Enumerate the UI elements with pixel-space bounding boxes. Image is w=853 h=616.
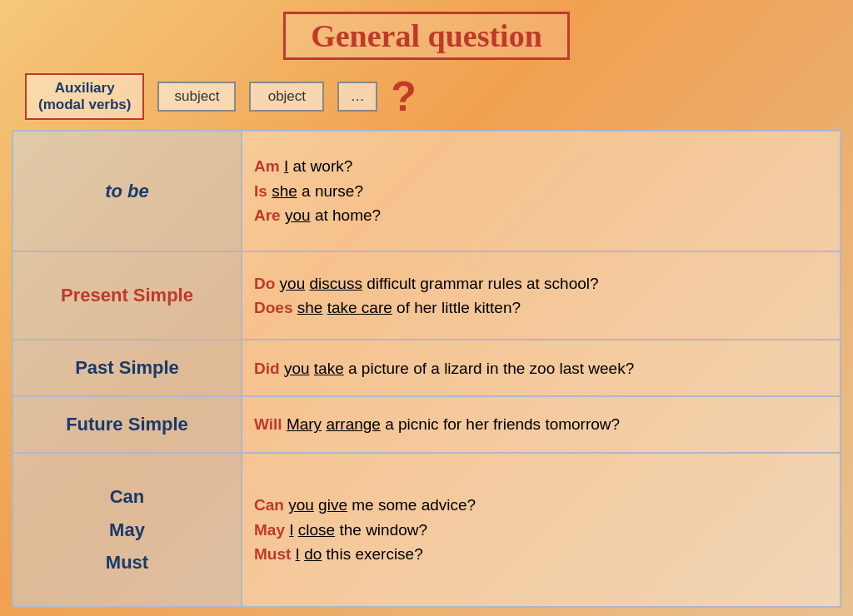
row-label-past: Past Simple <box>12 340 242 396</box>
row-label-to-be: to be <box>12 131 242 251</box>
aux-did: Did <box>254 360 280 377</box>
verb-do: do <box>304 545 322 563</box>
aux-will: Will <box>254 415 282 433</box>
grammar-table: to be Am I at work? Is she a nurse? Are … <box>12 130 841 608</box>
subject-she-2: she <box>297 299 323 316</box>
table-row: to be Am I at work? Is she a nurse? Are … <box>12 131 841 251</box>
table-row: Future Simple Will Mary arrange a picnic… <box>12 396 841 453</box>
page-container: General question Auxiliary(modal verbs) … <box>0 0 853 616</box>
subject-i-2: I <box>289 521 293 539</box>
row-content-to-be: Am I at work? Is she a nurse? Are you at… <box>242 131 841 251</box>
verb-take-care: take care <box>327 299 392 316</box>
subject-you-3: you <box>284 360 310 377</box>
verb-discuss: discuss <box>310 275 362 292</box>
verb-take: take <box>314 360 344 377</box>
aux-can: Can <box>254 496 284 514</box>
aux-may: May <box>254 521 285 539</box>
verb-close: close <box>298 521 335 539</box>
page-title: General question <box>283 12 570 60</box>
header: General question <box>12 8 841 63</box>
auxiliary-box: Auxiliary(modal verbs) <box>25 73 144 120</box>
subject-you-1: you <box>285 206 311 224</box>
row-content-past: Did you take a picture of a lizard in th… <box>242 340 841 396</box>
table-row: Past Simple Did you take a picture of a … <box>12 340 841 396</box>
ellipsis-box: … <box>337 82 377 112</box>
formula-bar: Auxiliary(modal verbs) subject object … … <box>12 70 841 123</box>
subject-i: I <box>284 157 288 175</box>
subject-she-1: she <box>272 182 297 200</box>
question-mark-icon: ? <box>391 76 417 117</box>
row-label-future: Future Simple <box>12 396 242 453</box>
subject-box: subject <box>157 82 236 112</box>
table-row: CanMayMust Can you give me some advice? … <box>12 453 841 607</box>
aux-do: Do <box>254 275 275 292</box>
object-box: object <box>249 82 324 112</box>
aux-are: Are <box>254 206 281 224</box>
verb-arrange: arrange <box>326 415 381 433</box>
verb-give: give <box>318 496 347 514</box>
row-content-future: Will Mary arrange a picnic for her frien… <box>242 396 841 453</box>
row-content-present: Do you discuss difficult grammar rules a… <box>242 251 841 340</box>
aux-is: Is <box>254 182 267 200</box>
subject-i-3: I <box>296 545 300 563</box>
subject-mary: Mary <box>287 415 322 433</box>
row-content-modal: Can you give me some advice? May I close… <box>242 453 841 607</box>
aux-am: Am <box>254 157 280 175</box>
row-label-modal: CanMayMust <box>12 453 242 607</box>
subject-you-2: you <box>280 275 306 292</box>
subject-you-4: you <box>288 496 314 514</box>
row-label-present: Present Simple <box>12 251 242 340</box>
table-row: Present Simple Do you discuss difficult … <box>12 251 841 340</box>
aux-must: Must <box>254 545 291 563</box>
aux-does: Does <box>254 299 292 316</box>
